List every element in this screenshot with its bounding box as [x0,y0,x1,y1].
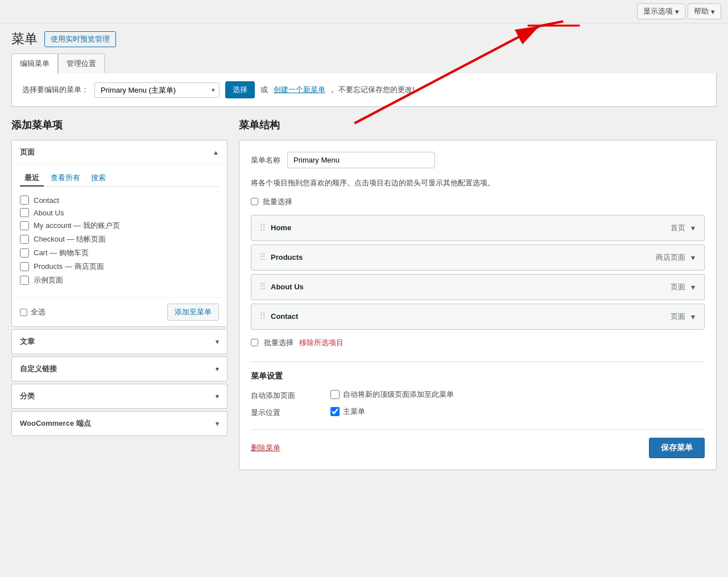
display-location-check-label: 主菜单 [330,406,365,417]
menu-settings-title: 菜单设置 [251,362,705,381]
articles-accordion-title: 文章 [20,337,35,347]
two-column-layout: 添加菜单项 页面 ▲ 最近 查看所有 搜索 [11,118,717,470]
menu-item-about-us-right: 页面 ▾ [671,281,696,293]
tabs-bar: 编辑菜单 管理位置 [0,48,728,73]
delete-menu-button[interactable]: 删除菜单 [251,443,280,453]
display-options-label: 显示选项 [643,6,673,16]
main-content: 选择要编辑的菜单： Primary Menu (主菜单) 选择 或 创建一个新菜… [0,73,728,481]
categories-accordion-title: 分类 [20,391,35,401]
menu-item-contact-right: 页面 ▾ [671,311,696,322]
menu-item-products[interactable]: ⠿ Products 商店页面 ▾ [251,244,705,271]
menu-item-products-right: 商店页面 ▾ [656,252,696,263]
live-preview-button[interactable]: 使用实时预览管理 [44,31,116,47]
menu-item-about-us-left: ⠿ About Us [259,281,304,292]
menu-items-list: ⠿ Home 首页 ▾ ⠿ Products [251,215,705,330]
menu-item-about-us[interactable]: ⠿ About Us 页面 ▾ [251,274,705,300]
menu-item-home-expand-button[interactable]: ▾ [690,222,696,234]
remove-selected-button[interactable]: 移除所选项目 [299,338,344,348]
my-account-checkbox[interactable] [20,221,29,230]
woocommerce-accordion: WooCommerce 端点 ▾ [11,411,228,436]
tab-edit-menu[interactable]: 编辑菜单 [11,53,58,74]
woocommerce-accordion-arrow: ▾ [216,420,219,427]
menu-name-row: 菜单名称 [251,152,705,168]
contact-checkbox[interactable] [20,196,29,205]
page-title: 菜单 [11,30,38,48]
checkout-checkbox[interactable] [20,235,29,244]
drag-handle-icon: ⠿ [259,252,266,263]
add-items-title: 添加菜单项 [11,118,228,132]
tab-view-all[interactable]: 查看所有 [46,171,85,186]
select-all-wrap: 全选 [20,307,46,317]
articles-accordion-arrow: ▾ [216,338,219,346]
cart-label: Cart — 购物车页 [34,248,89,258]
list-item: Checkout — 结帐页面 [20,233,219,246]
select-all-checkbox[interactable] [20,309,27,316]
articles-accordion-header[interactable]: 文章 ▾ [12,330,227,354]
select-menu-button[interactable]: 选择 [225,81,255,98]
products-label: Products — 商店页面 [34,261,104,272]
bulk-select-bottom-checkbox[interactable] [251,339,258,346]
display-location-option-text: 主菜单 [343,406,365,417]
custom-links-accordion-arrow: ▾ [216,366,219,373]
categories-accordion-header[interactable]: 分类 ▾ [12,384,227,408]
tab-manage-locations[interactable]: 管理位置 [58,53,105,73]
help-button[interactable]: 帮助 ▾ [688,3,721,19]
menu-item-contact[interactable]: ⠿ Contact 页面 ▾ [251,304,705,330]
products-checkbox[interactable] [20,262,29,271]
categories-accordion: 分类 ▾ [11,384,228,409]
drag-handle-icon: ⠿ [259,311,266,322]
sample-label: 示例页面 [34,275,63,285]
bottom-bulk-row: 批量选择 移除所选项目 [251,338,705,348]
display-options-button[interactable]: 显示选项 ▾ [637,3,685,19]
display-location-checkbox[interactable] [330,407,340,416]
save-menu-button[interactable]: 保存菜单 [649,438,705,458]
menu-item-home-left: ⠿ Home [259,222,291,233]
menu-item-home[interactable]: ⠿ Home 首页 ▾ [251,215,705,241]
menu-name-label: 菜单名称 [251,155,280,165]
woocommerce-accordion-title: WooCommerce 端点 [20,418,91,429]
menu-select-wrap: Primary Menu (主菜单) [94,82,220,98]
drag-handle-icon: ⠿ [259,222,266,233]
auto-add-options: 自动将新的顶级页面添加至此菜单 [330,389,454,400]
pages-accordion-footer: 全选 添加至菜单 [12,297,227,326]
help-label: 帮助 [694,6,709,16]
reminder-text: 。不要忘记保存您的更改! [331,85,415,95]
list-item: Cart — 购物车页 [20,246,219,260]
about-us-checkbox[interactable] [20,208,29,217]
auto-add-check-label: 自动将新的顶级页面添加至此菜单 [330,389,454,400]
menu-item-home-name: Home [271,223,291,232]
menu-item-contact-expand-button[interactable]: ▾ [690,311,696,322]
menu-item-contact-name: Contact [271,312,298,321]
add-to-menu-button[interactable]: 添加至菜单 [167,304,219,321]
left-panel: 添加菜单项 页面 ▲ 最近 查看所有 搜索 [11,118,228,438]
drag-handle-icon: ⠿ [259,281,266,292]
tab-search[interactable]: 搜索 [86,171,110,186]
tab-recent[interactable]: 最近 [20,171,44,186]
or-text: 或 [260,85,268,95]
menu-select-dropdown[interactable]: Primary Menu (主菜单) [94,82,220,98]
list-item: My account — 我的账户页 [20,219,219,233]
custom-links-accordion-header[interactable]: 自定义链接 ▾ [12,357,227,381]
list-item: Contact [20,194,219,206]
menu-structure-box: 菜单名称 将各个项目拖到您喜欢的顺序。点击项目右边的箭头可显示其他配置选项。 批… [239,140,717,470]
bottom-bulk-label: 批量选择 [264,338,293,348]
bulk-select-top-checkbox[interactable] [251,198,258,205]
auto-add-row: 自动添加页面 自动将新的顶级页面添加至此菜单 [251,389,705,401]
woocommerce-accordion-header[interactable]: WooCommerce 端点 ▾ [12,412,227,435]
pages-check-list: Contact About Us My account — 我的账户页 [20,192,219,289]
list-item: Products — 商店页面 [20,260,219,273]
menu-item-about-us-expand-button[interactable]: ▾ [690,281,696,293]
menu-name-input[interactable] [287,152,435,168]
menu-item-products-left: ⠿ Products [259,252,303,263]
pages-accordion-header[interactable]: 页面 ▲ [12,140,227,164]
menu-item-products-expand-button[interactable]: ▾ [690,252,696,263]
cart-checkbox[interactable] [20,248,29,258]
articles-accordion: 文章 ▾ [11,329,228,354]
sample-checkbox[interactable] [20,276,29,285]
menu-item-contact-left: ⠿ Contact [259,311,298,322]
right-panel: 菜单结构 菜单名称 将各个项目拖到您喜欢的顺序。点击项目右边的箭头可显示其他配置… [239,118,717,470]
pages-accordion-arrow: ▲ [213,149,219,156]
create-menu-link[interactable]: 创建一个新菜单 [274,85,325,95]
pages-accordion-body: 最近 查看所有 搜索 Contact [12,164,227,297]
auto-add-checkbox[interactable] [330,390,340,399]
